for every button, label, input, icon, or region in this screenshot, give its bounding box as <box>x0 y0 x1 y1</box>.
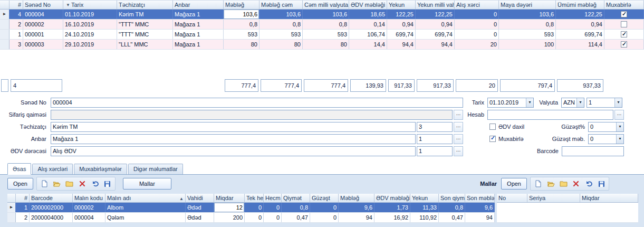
techizatci-lookup-button[interactable]: ... <box>454 122 463 132</box>
open-button-products[interactable] <box>544 177 557 190</box>
column-header[interactable]: Ümümi məbləğ <box>556 1 604 9</box>
mallar-button[interactable]: Mallar <box>123 178 171 190</box>
chevron-down-icon[interactable]: ▾ <box>526 98 533 107</box>
guzest-amount-input[interactable]: 0 ▾ <box>588 134 624 144</box>
delete-button[interactable] <box>76 177 89 190</box>
row-checkbox-cell[interactable] <box>604 30 644 39</box>
chevron-down-icon[interactable]: ▾ <box>576 98 584 107</box>
cell: 0 <box>264 213 282 222</box>
sened-no-input[interactable] <box>51 98 463 108</box>
undo-button-products[interactable] <box>582 177 595 190</box>
edv-daxil-checkbox[interactable] <box>489 124 496 130</box>
table-row[interactable]: 300000329.10.2019"LLL" MMCMağaza 1808080… <box>0 40 644 50</box>
techizatci-input[interactable] <box>51 122 416 132</box>
cell: 0,47 <box>282 213 310 222</box>
tarix-date-input[interactable]: 01.10.2019 ▾ <box>487 98 534 108</box>
column-header[interactable]: Güzəşt <box>310 194 339 202</box>
column-header[interactable]: Alış xərci <box>455 1 499 9</box>
table-row[interactable]: ►12000002000000002AlbomƏdəd12000,809,61,… <box>7 203 495 213</box>
column-header[interactable]: Barcode <box>30 194 73 202</box>
row-checkbox-cell[interactable] <box>604 20 644 29</box>
edv-derecesi-lookup-button[interactable]: ... <box>454 146 463 156</box>
column-header[interactable]: Muxabirlə <box>604 1 644 9</box>
chevron-down-icon[interactable]: ▾ <box>614 98 622 107</box>
new-button-products[interactable] <box>532 177 544 190</box>
new-button[interactable] <box>38 177 51 190</box>
anbar-input[interactable] <box>51 134 416 144</box>
column-header[interactable]: ƏDV məbləği <box>349 1 387 9</box>
tab-muxabirlesmeler[interactable]: Muxabirləşmələr <box>74 164 127 174</box>
tab-esas[interactable]: Əsas <box>7 163 31 175</box>
barcode-input[interactable] <box>562 146 624 156</box>
column-header[interactable]: Təchizatçı <box>117 1 173 9</box>
chevron-down-icon[interactable]: ▾ <box>616 135 623 144</box>
column-header[interactable]: Məbləğ cəm <box>259 1 303 9</box>
column-header[interactable]: No <box>497 194 527 202</box>
anbar-lookup-button[interactable]: ... <box>454 134 463 144</box>
table-row[interactable]: ►400000401.10.2019Kərim TMMağaza 1103,61… <box>0 10 644 20</box>
column-header[interactable]: Son qiymə <box>439 194 465 202</box>
sifaris-qaimesi-input[interactable] <box>51 110 453 120</box>
column-header[interactable]: Məbləğ <box>224 1 259 9</box>
cell: 593 <box>303 30 349 39</box>
folder-button[interactable] <box>63 177 76 190</box>
column-header-blank[interactable] <box>0 1 9 9</box>
column-header[interactable]: Maya dəyəri <box>499 1 556 9</box>
edv-derecesi-code-input[interactable] <box>417 146 453 156</box>
cell: 593 <box>259 30 303 39</box>
guzest-percent-input[interactable]: 0 ▾ <box>588 122 624 132</box>
column-header[interactable]: # <box>9 1 23 9</box>
column-header[interactable]: Miqdar <box>214 194 245 202</box>
tab-alis-xercleri[interactable]: Alış xərcləri <box>32 164 73 174</box>
sort-desc-icon: ▼ <box>66 3 70 7</box>
edv-derecesi-input[interactable] <box>51 146 416 156</box>
column-header[interactable]: Tek he <box>245 194 264 202</box>
column-header[interactable]: Yekun milli valy <box>416 1 455 9</box>
column-header[interactable]: ▼Tarix <box>63 1 117 9</box>
column-header[interactable]: Son məbləğ <box>465 194 495 202</box>
column-header[interactable]: Malın adı▲ <box>105 194 186 202</box>
undo-button[interactable] <box>89 177 101 190</box>
exchange-rate-select[interactable]: 1 ▾ <box>587 98 622 108</box>
save-button-products[interactable] <box>595 177 608 190</box>
column-header[interactable]: Hecm <box>264 194 282 202</box>
open-button[interactable] <box>51 177 63 190</box>
folder-button-products[interactable] <box>557 177 570 190</box>
open-button[interactable]: Open <box>7 178 33 190</box>
summary-value: 937,33 <box>557 79 603 92</box>
column-header[interactable]: Miqdar <box>580 194 638 202</box>
products-grid: #BarcodeMalın koduMalın adı▲VahidiMiqdar… <box>7 194 495 223</box>
chevron-down-icon[interactable]: ▾ <box>616 122 623 131</box>
column-header[interactable]: Yekun <box>387 1 416 9</box>
delete-button-products[interactable] <box>570 177 582 190</box>
cell: 0,8 <box>224 20 259 29</box>
column-header[interactable]: Sənəd No <box>23 1 63 9</box>
table-row[interactable]: 200000216.10.2019"TTT" MMCMağaza 10,80,8… <box>0 20 644 30</box>
table-row[interactable]: 22000004000000004QələmƏdəd200000,4709416… <box>7 213 495 223</box>
open-button-products[interactable]: Open <box>501 178 527 190</box>
column-header[interactable]: # <box>16 194 30 202</box>
valyuta-select[interactable]: AZN ▾ <box>561 98 584 108</box>
row-checkbox-cell[interactable] <box>604 10 644 19</box>
table-row[interactable]: 100000124.10.2019"TTT" MMCMağaza 1593593… <box>0 30 644 40</box>
hesab-lookup-button[interactable]: ... <box>614 110 624 120</box>
hesab-input[interactable] <box>487 110 613 120</box>
column-header-blank[interactable] <box>7 194 16 202</box>
column-header[interactable]: ƏDV məbləği <box>374 194 410 202</box>
tab-diger-melumatlar[interactable]: Digər məlumatlar <box>128 164 183 174</box>
column-header[interactable]: Seriya <box>527 194 580 202</box>
muxabirle-checkbox[interactable] <box>489 136 496 142</box>
column-header[interactable]: Məbləğ <box>339 194 374 202</box>
column-header[interactable]: Cəm milli valyuta il <box>303 1 349 9</box>
sifaris-qaimesi-lookup-button[interactable]: ... <box>454 110 463 120</box>
column-header[interactable]: Malın kodu <box>73 194 105 202</box>
techizatci-code-input[interactable] <box>417 122 453 132</box>
column-header[interactable]: Yekun <box>410 194 439 202</box>
column-header[interactable]: Vahidi <box>186 194 214 202</box>
save-button[interactable] <box>101 177 114 190</box>
column-header[interactable]: Qiymət <box>282 194 310 202</box>
row-checkbox-cell[interactable] <box>604 40 644 49</box>
cell: 0,94 <box>387 20 416 29</box>
anbar-code-input[interactable] <box>417 134 453 144</box>
column-header[interactable]: Anbar <box>173 1 224 9</box>
